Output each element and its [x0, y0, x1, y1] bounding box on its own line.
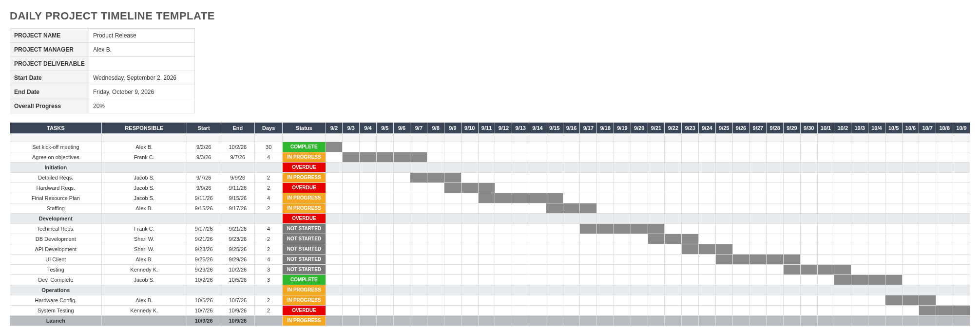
timeline-cell[interactable]	[868, 203, 885, 214]
timeline-cell[interactable]	[953, 203, 970, 214]
timeline-cell[interactable]	[461, 285, 478, 295]
timeline-cell[interactable]	[767, 173, 784, 183]
timeline-cell[interactable]	[360, 142, 377, 152]
timeline-cell[interactable]	[715, 152, 732, 163]
end-date-cell[interactable]: 9/15/26	[221, 193, 255, 203]
timeline-cell[interactable]	[749, 193, 767, 203]
timeline-cell[interactable]	[682, 306, 699, 316]
timeline-cell[interactable]	[936, 275, 953, 285]
status-cell[interactable]: NOT STARTED	[283, 265, 326, 275]
timeline-cell[interactable]	[546, 183, 563, 193]
timeline-cell[interactable]	[767, 285, 784, 295]
timeline-cell[interactable]	[376, 275, 393, 285]
timeline-cell[interactable]	[410, 316, 427, 326]
start-date-cell[interactable]: 10/2/26	[187, 275, 221, 285]
timeline-cell[interactable]	[427, 193, 444, 203]
timeline-cell[interactable]	[393, 142, 410, 152]
timeline-cell[interactable]	[749, 224, 767, 234]
timeline-cell[interactable]	[817, 142, 834, 152]
meta-value[interactable]	[89, 57, 195, 71]
timeline-cell[interactable]	[495, 152, 512, 163]
timeline-cell[interactable]	[326, 203, 343, 214]
timeline-cell[interactable]	[563, 285, 580, 295]
timeline-cell[interactable]	[817, 244, 834, 255]
timeline-cell[interactable]	[529, 173, 546, 183]
timeline-cell[interactable]	[682, 193, 699, 203]
timeline-cell[interactable]	[732, 234, 749, 244]
timeline-cell[interactable]	[936, 214, 953, 224]
timeline-cell[interactable]	[546, 275, 563, 285]
gantt-bar-cell[interactable]	[410, 173, 427, 183]
timeline-cell[interactable]	[563, 173, 580, 183]
timeline-cell[interactable]	[648, 265, 665, 275]
timeline-cell[interactable]	[410, 234, 427, 244]
timeline-cell[interactable]	[461, 234, 478, 244]
timeline-cell[interactable]	[784, 142, 801, 152]
gantt-bar-cell[interactable]	[851, 275, 868, 285]
responsible-cell[interactable]: Kennedy K.	[101, 265, 187, 275]
end-date-cell[interactable]: 9/21/26	[221, 224, 255, 234]
timeline-cell[interactable]	[461, 255, 478, 265]
timeline-cell[interactable]	[715, 234, 732, 244]
timeline-cell[interactable]	[953, 152, 970, 163]
end-date-cell[interactable]: 9/11/26	[221, 183, 255, 193]
task-name[interactable]: DB Development	[10, 234, 102, 244]
timeline-cell[interactable]	[732, 193, 749, 203]
timeline-cell[interactable]	[478, 142, 495, 152]
timeline-cell[interactable]	[851, 255, 868, 265]
responsible-cell[interactable]	[101, 285, 187, 295]
gantt-bar-cell[interactable]	[529, 193, 546, 203]
days-cell[interactable]: 2	[255, 183, 283, 193]
timeline-cell[interactable]	[546, 163, 563, 173]
gantt-bar-cell[interactable]	[580, 224, 597, 234]
timeline-cell[interactable]	[563, 152, 580, 163]
timeline-cell[interactable]	[817, 306, 834, 316]
timeline-cell[interactable]	[546, 173, 563, 183]
timeline-cell[interactable]	[936, 152, 953, 163]
timeline-cell[interactable]	[800, 285, 817, 295]
timeline-cell[interactable]	[410, 244, 427, 255]
gantt-bar-cell[interactable]	[868, 275, 885, 285]
timeline-cell[interactable]	[631, 203, 648, 214]
timeline-cell[interactable]	[784, 224, 801, 234]
timeline-cell[interactable]	[800, 224, 817, 234]
timeline-cell[interactable]	[410, 306, 427, 316]
gantt-bar-cell[interactable]	[648, 234, 665, 244]
timeline-cell[interactable]	[529, 214, 546, 224]
timeline-cell[interactable]	[682, 214, 699, 224]
timeline-cell[interactable]	[715, 275, 732, 285]
timeline-cell[interactable]	[563, 295, 580, 306]
gantt-bar-cell[interactable]	[665, 234, 682, 244]
timeline-cell[interactable]	[699, 234, 716, 244]
timeline-cell[interactable]	[902, 316, 919, 326]
timeline-cell[interactable]	[495, 295, 512, 306]
timeline-cell[interactable]	[495, 234, 512, 244]
timeline-cell[interactable]	[326, 316, 343, 326]
status-cell[interactable]: NOT STARTED	[283, 224, 326, 234]
timeline-cell[interactable]	[580, 306, 597, 316]
timeline-cell[interactable]	[529, 295, 546, 306]
timeline-cell[interactable]	[749, 183, 767, 193]
timeline-cell[interactable]	[699, 152, 716, 163]
timeline-cell[interactable]	[817, 255, 834, 265]
timeline-cell[interactable]	[749, 316, 767, 326]
timeline-cell[interactable]	[682, 224, 699, 234]
start-date-cell[interactable]: 9/23/26	[187, 244, 221, 255]
timeline-cell[interactable]	[767, 265, 784, 275]
timeline-cell[interactable]	[393, 163, 410, 173]
end-date-cell[interactable]: 10/9/26	[221, 306, 255, 316]
timeline-cell[interactable]	[851, 285, 868, 295]
timeline-cell[interactable]	[343, 306, 360, 316]
timeline-cell[interactable]	[376, 255, 393, 265]
gantt-bar-cell[interactable]	[478, 193, 495, 203]
task-name[interactable]: UI Client	[10, 255, 102, 265]
timeline-cell[interactable]	[444, 224, 461, 234]
timeline-cell[interactable]	[800, 214, 817, 224]
timeline-cell[interactable]	[767, 203, 784, 214]
timeline-cell[interactable]	[953, 173, 970, 183]
timeline-cell[interactable]	[410, 163, 427, 173]
timeline-cell[interactable]	[868, 173, 885, 183]
timeline-cell[interactable]	[614, 255, 631, 265]
timeline-cell[interactable]	[699, 142, 716, 152]
timeline-cell[interactable]	[360, 275, 377, 285]
